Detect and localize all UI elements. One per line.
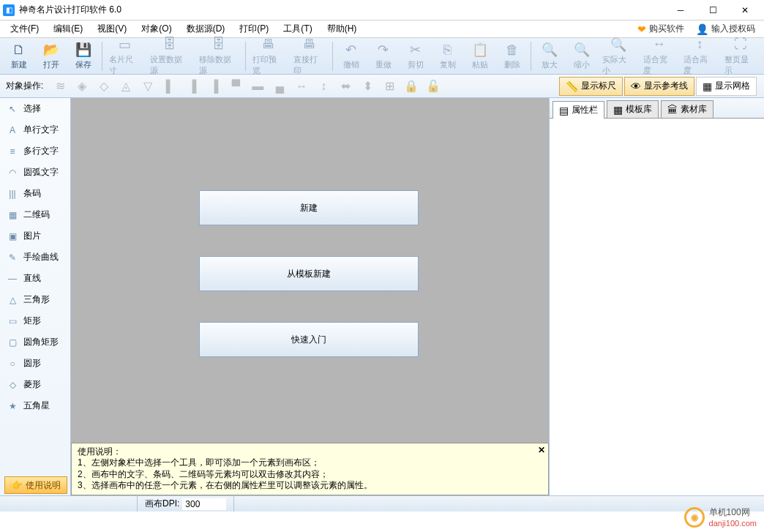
obj-align-top-icon[interactable]: ▀ (226, 78, 245, 95)
circle-icon: ○ (6, 357, 19, 370)
tool-text-arc[interactable]: ◠圆弧文字 (0, 162, 70, 183)
watermark-url: danji100.com (709, 519, 757, 528)
tool-paste[interactable]: 📋粘贴 (464, 40, 496, 72)
open-file-icon: 📂 (43, 42, 59, 58)
obj-same-width-icon[interactable]: ⬌ (336, 78, 355, 95)
canvas-template-button[interactable]: 从模板新建 (199, 256, 419, 291)
dpi-label: 画布DPI: (145, 498, 179, 510)
tool-triangle[interactable]: △三角形 (0, 289, 70, 310)
rtab-properties[interactable]: ▤属性栏 (553, 101, 604, 119)
app-icon: ◧ (3, 4, 15, 16)
help-close-button[interactable]: ✕ (538, 445, 545, 455)
help-panel: ✕ 使用说明： 1、左侧对象栏中选择一个工具，即可添加一个元素到画布区； 2、画… (71, 443, 549, 495)
guides-icon: 👁 (631, 80, 641, 92)
tool-print[interactable]: 🖶直接打印 (289, 35, 330, 78)
tool-redo[interactable]: ↷重做 (367, 40, 400, 72)
tool-qrcode[interactable]: ▦二维码 (0, 204, 70, 225)
obj-align-center-icon[interactable]: ▐ (182, 78, 201, 95)
tool-barcode[interactable]: |||条码 (0, 183, 70, 204)
separator (332, 42, 333, 71)
obj-send-backward-icon[interactable]: ▽ (138, 78, 157, 95)
tool-new[interactable]: 🗋新建 (3, 40, 35, 72)
tool-rmds[interactable]: 🗄移除数据源 (195, 35, 244, 78)
menu-edit[interactable]: 编辑(E) (46, 20, 90, 37)
tool-open[interactable]: 📂打开 (35, 40, 67, 72)
tool-cardsize[interactable]: ▭名片尺寸 (105, 35, 146, 78)
pencil-icon: ✎ (6, 251, 19, 264)
fitheight-icon: ↕ (692, 37, 708, 53)
tool-copy[interactable]: ⎘复制 (432, 40, 464, 72)
help-line2: 2、画布中的文字、条码、二维码等元素均可以双击修改其内容； (78, 469, 542, 481)
tool-zoomout[interactable]: 🔍缩小 (566, 40, 598, 72)
tool-rect[interactable]: ▭矩形 (0, 310, 70, 331)
tool-fitpage[interactable]: ⛶整页显示 (720, 35, 761, 78)
toggle-grid[interactable]: ▦显示网格 (696, 77, 757, 96)
obj-align-left-icon[interactable]: ▌ (160, 78, 179, 95)
obj-unlock-icon[interactable]: 🔓 (424, 78, 443, 95)
obj-align-right-icon[interactable]: ▐ (204, 78, 223, 95)
auth-label: 输入授权码 (711, 23, 755, 35)
obj-same-height-icon[interactable]: ⬍ (358, 78, 377, 95)
watermark-logo-icon: ◉ (684, 507, 705, 528)
minimize-button[interactable]: ─ (664, 0, 697, 20)
help-line3: 3、选择画布中的任意一个元素，在右侧的属性栏里可以调整该元素的属性。 (78, 480, 542, 492)
menu-file[interactable]: 文件(F) (3, 20, 46, 37)
qrcode-icon: ▦ (6, 209, 19, 222)
tool-fitw[interactable]: ↔适合宽度 (639, 35, 680, 78)
datasource-icon: 🗄 (162, 37, 178, 53)
status-dpi: 画布DPI: (138, 496, 234, 512)
remove-datasource-icon: 🗄 (211, 37, 227, 53)
close-button[interactable]: ✕ (729, 0, 761, 20)
status-left (6, 496, 138, 512)
canvas-new-button[interactable]: 新建 (199, 190, 419, 225)
tool-cut[interactable]: ✂剪切 (400, 40, 432, 72)
canvas-quickstart-button[interactable]: 快速入门 (199, 322, 419, 357)
obj-bring-front-icon[interactable]: ◈ (72, 78, 91, 95)
tool-star[interactable]: ★五角星 (0, 395, 70, 416)
tool-image[interactable]: ▣图片 (0, 225, 70, 247)
toggle-guides[interactable]: 👁显示参考线 (624, 77, 694, 96)
tool-setds[interactable]: 🗄设置数据源 (146, 35, 195, 78)
tool-save[interactable]: 💾保存 (67, 40, 100, 72)
tool-preview[interactable]: 🖶打印预览 (248, 35, 289, 78)
buy-label: 购买软件 (649, 23, 684, 35)
tool-zoom100[interactable]: 🔍实际大小 (598, 35, 639, 78)
tool-zoomin[interactable]: 🔍放大 (533, 40, 566, 72)
toggle-ruler[interactable]: 📏显示标尺 (559, 77, 623, 96)
maximize-button[interactable]: ☐ (697, 0, 729, 20)
watermark-name: 单机100网 (709, 506, 757, 519)
obj-bring-forward-icon[interactable]: ◬ (116, 78, 135, 95)
star-icon: ★ (6, 400, 19, 413)
delete-icon: 🗑 (504, 42, 520, 58)
obj-send-back-icon[interactable]: ◇ (94, 78, 113, 95)
obj-layer-icon[interactable]: ≋ (50, 78, 70, 95)
usage-button[interactable]: 👉使用说明 (4, 476, 67, 494)
rtab-templates[interactable]: ▦模板库 (607, 100, 659, 118)
separator (531, 42, 531, 71)
obj-group-icon[interactable]: ⊞ (380, 78, 399, 95)
tool-text-multi[interactable]: ≡多行文字 (0, 141, 70, 162)
fitwidth-icon: ↔ (651, 37, 667, 53)
tool-roundrect[interactable]: ▢圆角矩形 (0, 331, 70, 353)
fitpage-icon: ⛶ (733, 37, 749, 53)
obj-distribute-h-icon[interactable]: ↔ (292, 78, 311, 95)
grid-icon: ▦ (703, 80, 712, 92)
tool-undo[interactable]: ↶撤销 (335, 40, 367, 72)
tool-select[interactable]: ↖选择 (0, 98, 70, 119)
obj-distribute-v-icon[interactable]: ↕ (314, 78, 333, 95)
rtab-assets[interactable]: 🏛素材库 (661, 100, 714, 118)
obj-align-middle-icon[interactable]: ▬ (248, 78, 267, 95)
help-title: 使用说明： (78, 446, 542, 458)
tool-line[interactable]: —直线 (0, 268, 70, 289)
tool-circle[interactable]: ○圆形 (0, 353, 70, 374)
tool-delete[interactable]: 🗑删除 (496, 40, 528, 72)
text-icon: A (6, 124, 19, 137)
obj-lock-icon[interactable]: 🔒 (402, 78, 421, 95)
triangle-icon: △ (6, 293, 19, 307)
obj-align-bottom-icon[interactable]: ▄ (270, 78, 289, 95)
tool-diamond[interactable]: ◇菱形 (0, 374, 70, 395)
tool-fith[interactable]: ↕适合高度 (679, 35, 720, 78)
dpi-input[interactable] (182, 498, 226, 510)
tool-text-single[interactable]: A单行文字 (0, 119, 70, 141)
tool-freehand[interactable]: ✎手绘曲线 (0, 247, 70, 268)
